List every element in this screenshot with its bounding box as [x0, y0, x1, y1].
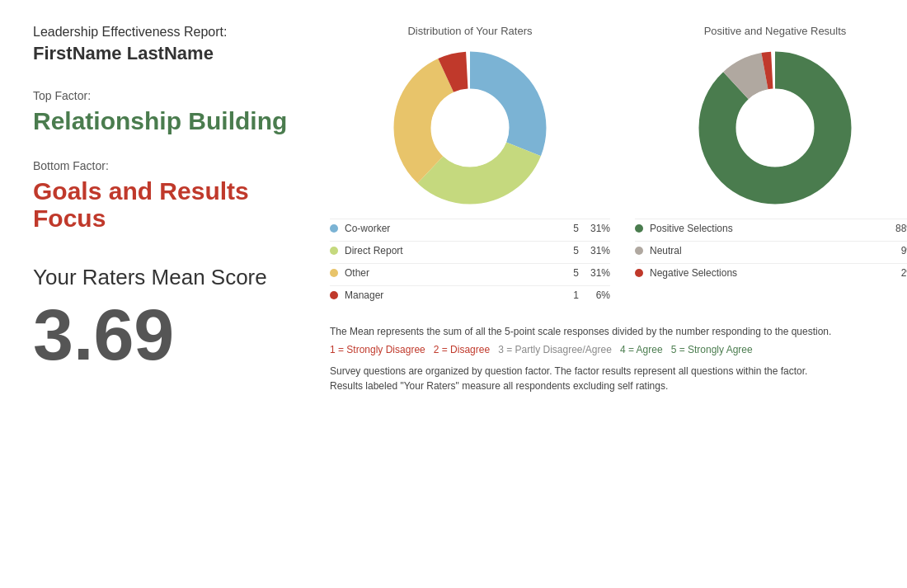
- svg-point-8: [736, 89, 814, 167]
- chart1-legend: Co-worker 5 31% Direct Report 5 31% Othe…: [330, 219, 610, 308]
- raters-donut-chart: [388, 45, 552, 210]
- scale-line: 1 = Strongly Disagree 2 = Disagree 3 = P…: [330, 342, 841, 357]
- mean-line1: The Mean represents the sum of all the 5…: [330, 324, 841, 339]
- mean-score-title: Your Raters Mean Score: [33, 265, 267, 290]
- results-donut-chart: [693, 45, 858, 210]
- mean-line2: Survey questions are organized by questi…: [330, 364, 841, 393]
- top-factor-name: Relationship Building: [33, 107, 313, 134]
- mean-description: The Mean represents the sum of all the 5…: [330, 324, 841, 393]
- top-factor-label: Top Factor:: [33, 89, 313, 102]
- chart2-title: Positive and Negative Results: [704, 25, 847, 37]
- bottom-factor-name: Goals and ResultsFocus: [33, 177, 313, 232]
- svg-point-4: [431, 89, 509, 167]
- chart1-title: Distribution of Your Raters: [407, 25, 532, 37]
- person-name: FirstName LastName: [33, 43, 313, 64]
- bottom-factor-label: Bottom Factor:: [33, 159, 313, 172]
- report-label: Leadership Effectiveness Report:: [33, 25, 313, 40]
- mean-score-value: 3.69: [33, 299, 267, 371]
- chart2-legend: Positive Selections 88% Neutral 9% Negat…: [635, 219, 907, 285]
